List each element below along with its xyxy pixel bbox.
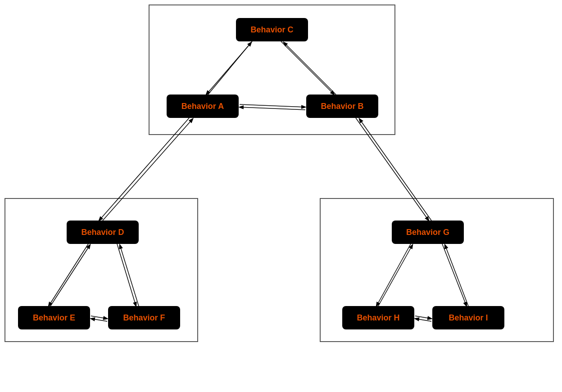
- node-behavior-b[interactable]: Behavior B: [306, 95, 378, 118]
- node-behavior-d[interactable]: Behavior D: [67, 221, 139, 244]
- node-behavior-g-label: Behavior G: [406, 228, 449, 237]
- node-behavior-h[interactable]: Behavior H: [342, 306, 414, 329]
- node-behavior-i[interactable]: Behavior I: [432, 306, 504, 329]
- node-behavior-h-label: Behavior H: [357, 313, 399, 323]
- node-behavior-b-label: Behavior B: [321, 102, 363, 111]
- node-behavior-a[interactable]: Behavior A: [167, 95, 239, 118]
- node-behavior-f[interactable]: Behavior F: [108, 306, 180, 329]
- node-behavior-d-label: Behavior D: [81, 228, 124, 237]
- canvas: Behavior C Behavior A Behavior B Behavio…: [0, 0, 562, 392]
- node-behavior-e-label: Behavior E: [33, 313, 75, 323]
- node-behavior-e[interactable]: Behavior E: [18, 306, 90, 329]
- node-behavior-c[interactable]: Behavior C: [236, 18, 308, 41]
- node-behavior-c-label: Behavior C: [250, 25, 293, 35]
- node-behavior-i-label: Behavior I: [449, 313, 488, 323]
- node-behavior-g[interactable]: Behavior G: [392, 221, 464, 244]
- node-behavior-f-label: Behavior F: [123, 313, 165, 323]
- node-behavior-a-label: Behavior A: [181, 102, 224, 111]
